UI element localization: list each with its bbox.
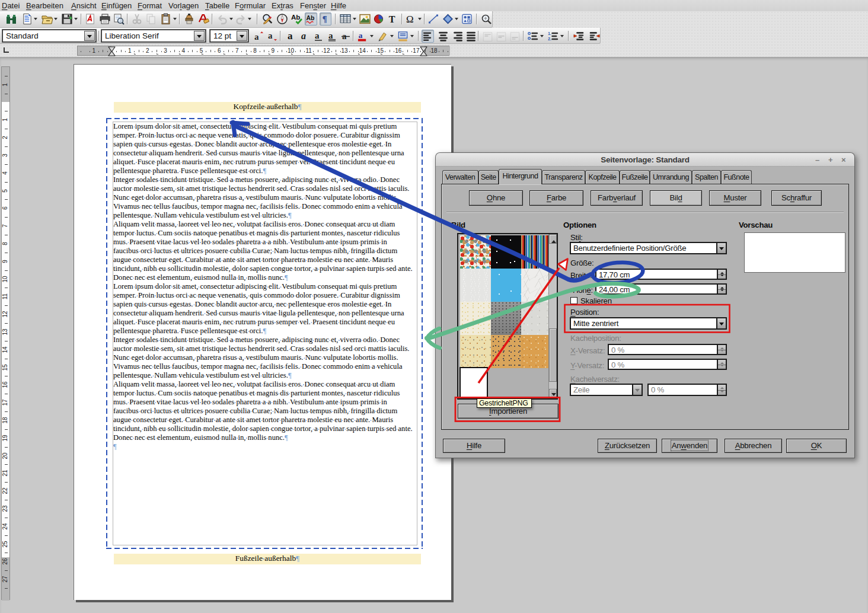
svg-text:Ab: Ab (306, 15, 314, 21)
svg-text:Ab: Ab (291, 14, 300, 21)
svg-text:Ω: Ω (406, 14, 414, 25)
svg-text:T: T (389, 14, 395, 24)
svg-text:a: a (288, 30, 293, 41)
svg-text:a: a (268, 31, 273, 40)
svg-text:a: a (301, 31, 306, 41)
svg-text:a: a (254, 32, 259, 41)
svg-text:1.: 1. (548, 31, 551, 36)
svg-text:a: a (328, 31, 333, 40)
svg-text:2.: 2. (548, 37, 551, 41)
svg-text:a: a (359, 31, 363, 40)
svg-text:¶: ¶ (323, 14, 327, 24)
svg-text:a: a (315, 31, 320, 40)
